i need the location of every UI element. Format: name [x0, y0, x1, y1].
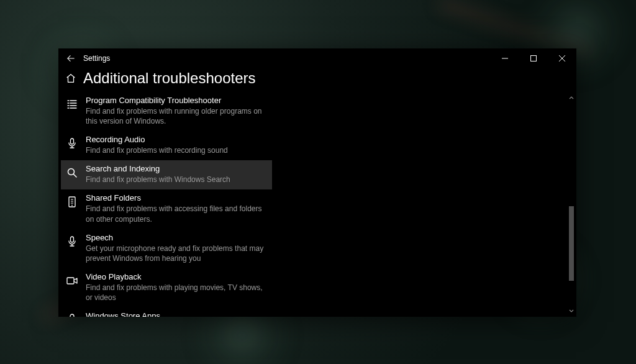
item-title: Search and Indexing — [86, 164, 230, 175]
svg-point-4 — [71, 205, 73, 206]
back-button[interactable] — [62, 48, 80, 68]
item-title: Recording Audio — [86, 135, 228, 145]
settings-window: Settings Additional troubleshooters — [58, 48, 576, 317]
content-area: Program Compatibility Troubleshooter Fin… — [58, 92, 576, 317]
item-desc: Find and fix problems with accessing fil… — [86, 204, 266, 224]
minimize-button[interactable] — [491, 48, 519, 68]
item-title: Windows Store Apps — [86, 311, 266, 317]
item-video-playback[interactable]: Video Playback Find and fix problems wit… — [61, 268, 272, 307]
window-title: Settings — [80, 54, 110, 63]
item-title: Speech — [86, 233, 266, 243]
store-icon — [65, 312, 80, 317]
page-title: Additional troubleshooters — [80, 70, 256, 87]
item-title: Video Playback — [86, 272, 266, 283]
arrow-left-icon — [66, 54, 75, 63]
item-program-compat[interactable]: Program Compatibility Troubleshooter Fin… — [61, 92, 272, 131]
item-desc: Find and fix problems with playing movie… — [86, 283, 266, 303]
home-icon — [65, 73, 76, 84]
svg-rect-1 — [71, 139, 74, 144]
page-header: Additional troubleshooters — [58, 68, 576, 92]
item-desc: Find and fix problems with recording sou… — [86, 145, 228, 155]
item-shared-folders[interactable]: Shared Folders Find and fix problems wit… — [61, 189, 272, 229]
scroll-up-button[interactable] — [568, 94, 575, 102]
scroll-down-button[interactable] — [568, 307, 575, 314]
titlebar: Settings — [58, 48, 576, 68]
item-title: Shared Folders — [86, 193, 266, 204]
troubleshooter-list: Program Compatibility Troubleshooter Fin… — [58, 92, 566, 317]
search-icon — [65, 165, 80, 180]
maximize-icon — [530, 55, 537, 61]
close-icon — [559, 55, 565, 61]
item-title: Program Compatibility Troubleshooter — [86, 96, 266, 106]
svg-rect-5 — [71, 237, 74, 242]
item-store-apps[interactable]: Windows Store Apps Troubleshoot problems… — [61, 307, 272, 317]
microphone-icon — [65, 234, 80, 249]
maximize-button[interactable] — [519, 48, 548, 68]
item-desc: Get your microphone ready and fix proble… — [86, 243, 266, 263]
server-icon — [65, 194, 80, 209]
svg-rect-6 — [67, 278, 74, 284]
chevron-down-icon — [569, 308, 574, 313]
microphone-icon — [65, 136, 80, 151]
close-button[interactable] — [548, 48, 576, 68]
svg-rect-0 — [531, 56, 537, 61]
item-search-indexing[interactable]: Search and Indexing Find and fix problem… — [61, 160, 272, 189]
item-recording-audio[interactable]: Recording Audio Find and fix problems wi… — [61, 131, 272, 160]
window-controls — [491, 48, 576, 68]
video-icon — [65, 273, 80, 288]
minimize-icon — [502, 55, 508, 61]
item-desc: Find and fix problems with running older… — [86, 106, 266, 126]
scrollbar[interactable] — [568, 94, 575, 314]
item-desc: Find and fix problems with Windows Searc… — [86, 175, 230, 184]
list-icon — [65, 97, 80, 112]
item-speech[interactable]: Speech Get your microphone ready and fix… — [61, 229, 272, 268]
scroll-thumb[interactable] — [569, 206, 574, 281]
home-button[interactable] — [62, 73, 80, 84]
chevron-up-icon — [569, 96, 574, 101]
